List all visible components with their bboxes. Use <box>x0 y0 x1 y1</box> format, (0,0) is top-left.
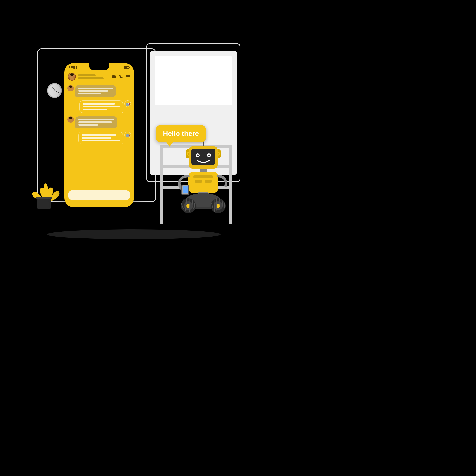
wall-clock <box>47 83 62 98</box>
msg-line <box>82 134 116 136</box>
header-line-name <box>78 74 96 76</box>
message-received-1 <box>67 85 131 97</box>
chat-header-icons <box>112 74 130 79</box>
svg-point-48 <box>216 204 220 208</box>
monitor-panel-screen <box>155 56 232 105</box>
bot-avatar-small-2: 🤖 <box>124 132 131 138</box>
msg-bubble-sent-2 <box>78 132 123 144</box>
chat-header <box>64 71 134 83</box>
scene: 🤖 <box>22 29 245 239</box>
phone-notch <box>89 63 109 70</box>
header-line-status <box>78 77 104 79</box>
shelf-side-left <box>160 145 163 224</box>
speech-bubble-text: Hello there <box>163 130 199 137</box>
chat-phone: 🤖 <box>64 63 134 207</box>
robot: Hello there <box>176 133 231 217</box>
svg-rect-34 <box>193 175 213 178</box>
svg-line-56 <box>214 199 214 212</box>
svg-point-14 <box>69 120 73 123</box>
svg-rect-36 <box>205 180 212 183</box>
msg-line <box>78 119 114 120</box>
msg-avatar-1 <box>67 85 74 91</box>
svg-point-13 <box>69 117 72 119</box>
msg-line <box>78 90 108 92</box>
svg-point-2 <box>70 73 74 76</box>
svg-rect-35 <box>195 180 202 183</box>
message-sent-2: 🤖 <box>67 132 131 144</box>
menu-icon[interactable] <box>126 74 130 79</box>
clock-minute-hand <box>55 90 59 93</box>
contact-name-lines <box>78 74 110 79</box>
svg-point-11 <box>69 89 73 91</box>
msg-line <box>82 137 111 139</box>
svg-point-31 <box>209 154 210 155</box>
msg-lines-1 <box>78 88 113 94</box>
msg-bubble-sent-1 <box>79 100 123 113</box>
svg-line-50 <box>184 199 184 212</box>
msg-line <box>83 109 107 110</box>
svg-point-10 <box>69 86 72 88</box>
msg-bubble-received-1 <box>75 85 116 97</box>
msg-avatar-2 <box>67 116 74 123</box>
svg-rect-8 <box>126 78 130 78</box>
msg-line <box>78 88 113 89</box>
svg-marker-5 <box>115 75 116 78</box>
msg-line <box>83 103 115 105</box>
message-sent-1: 🤖 <box>67 100 131 113</box>
phone-icon[interactable] <box>119 74 123 79</box>
msg-line <box>78 121 112 123</box>
msg-bubble-received-2 <box>75 116 117 128</box>
ground-shadow <box>47 229 221 239</box>
robot-svg <box>176 133 231 217</box>
svg-point-30 <box>198 154 199 155</box>
contact-avatar <box>68 73 76 81</box>
video-call-icon[interactable] <box>112 74 117 79</box>
msg-line <box>83 106 120 107</box>
battery-icon <box>124 66 129 69</box>
msg-lines-2 <box>83 103 120 110</box>
msg-line <box>78 93 101 94</box>
msg-lines-3 <box>78 119 114 126</box>
svg-line-52 <box>190 198 190 212</box>
svg-rect-7 <box>126 76 130 77</box>
msg-lines-4 <box>82 134 120 141</box>
signal-icon <box>69 66 77 69</box>
msg-line <box>78 124 98 126</box>
svg-rect-6 <box>126 75 130 76</box>
message-received-2 <box>67 116 131 128</box>
svg-rect-4 <box>112 75 115 78</box>
bot-avatar-small-1: 🤖 <box>124 100 131 107</box>
plant <box>37 198 51 209</box>
msg-line <box>82 140 120 141</box>
chat-messages: 🤖 <box>64 83 134 146</box>
plant-pot <box>37 198 51 209</box>
contact-avatar-image <box>68 73 75 80</box>
svg-point-3 <box>70 77 74 80</box>
svg-rect-33 <box>188 172 218 193</box>
svg-rect-39 <box>183 186 188 193</box>
speech-bubble: Hello there <box>156 125 206 142</box>
message-input[interactable] <box>68 190 130 200</box>
